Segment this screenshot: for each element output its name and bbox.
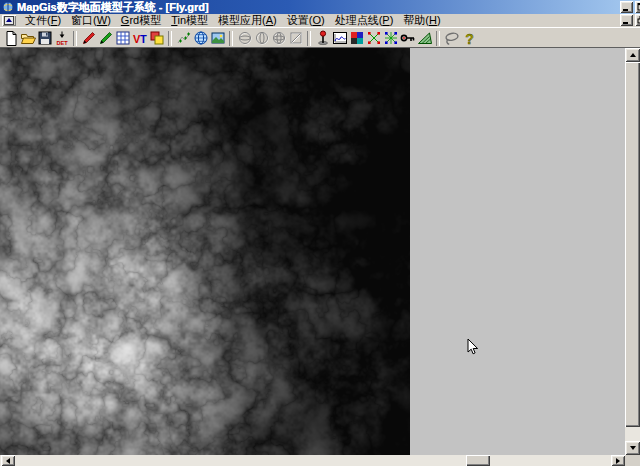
rotate-3d-y-icon xyxy=(254,30,270,46)
overlay-analysis-icon xyxy=(149,30,165,46)
det-export-icon: DET xyxy=(54,30,70,46)
toolbar-separator xyxy=(73,31,77,46)
toolbar-button-lasso-view[interactable] xyxy=(443,30,460,47)
horizontal-scrollbar[interactable] xyxy=(0,455,640,466)
menu-item-file[interactable]: 文件(F) xyxy=(20,14,66,27)
pen-green-icon xyxy=(98,30,114,46)
globe-view-icon xyxy=(193,30,209,46)
toolbar-button-pen-green[interactable] xyxy=(97,30,114,47)
toolbar-button-pen-red[interactable] xyxy=(80,30,97,47)
child-minimize-button[interactable] xyxy=(620,14,633,26)
arrow-right-icon xyxy=(616,458,623,464)
scroll-down-button[interactable] xyxy=(625,441,640,455)
toolbar-button-key-tool[interactable] xyxy=(399,30,416,47)
arrow-up-icon xyxy=(630,50,636,57)
vertical-scroll-thumb[interactable] xyxy=(625,62,640,427)
toolbar-button-view-box[interactable] xyxy=(287,30,304,47)
toolbar: DETVT? xyxy=(0,27,640,48)
maximize-button[interactable] xyxy=(635,1,640,13)
window-title: MapGis数字地面模型子系统 - [Fly.grd] xyxy=(17,0,209,14)
menu-item-help[interactable]: 帮助(H) xyxy=(398,14,445,27)
toolbar-button-vt-view[interactable]: VT xyxy=(131,30,148,47)
titlebar: MapGis数字地面模型子系统 - [Fly.grd] xyxy=(0,0,640,14)
arrow-down-icon xyxy=(630,446,636,453)
dem-map-view[interactable] xyxy=(0,48,410,455)
scroll-right-button[interactable] xyxy=(611,455,625,466)
horizontal-scroll-thumb[interactable] xyxy=(466,455,490,466)
minimize-icon xyxy=(622,3,631,11)
menu-item-settings[interactable]: 设置(O) xyxy=(282,14,330,27)
key-tool-icon xyxy=(400,30,416,46)
toolbar-button-overlay-analysis[interactable] xyxy=(148,30,165,47)
view-box-icon xyxy=(288,30,304,46)
toolbar-button-grid-edit[interactable] xyxy=(114,30,131,47)
toolbar-button-rotate-3d-z[interactable] xyxy=(270,30,287,47)
toolbar-button-open-file[interactable] xyxy=(19,30,36,47)
toolbar-button-new-document[interactable] xyxy=(2,30,19,47)
section-pin-icon xyxy=(315,30,331,46)
pen-red-icon xyxy=(81,30,97,46)
toolbar-separator xyxy=(168,31,172,46)
mdi-child-controls xyxy=(620,14,640,26)
image-view-icon xyxy=(210,30,226,46)
svg-text:DET: DET xyxy=(56,40,68,46)
mdi-child-icon[interactable] xyxy=(2,15,16,26)
vertical-scrollbar[interactable] xyxy=(625,48,640,455)
toolbar-button-rotate-3d-x[interactable] xyxy=(236,30,253,47)
slope-analysis-icon xyxy=(417,30,433,46)
toolbar-separator xyxy=(436,31,440,46)
toolbar-button-section-pin[interactable] xyxy=(314,30,331,47)
menu-item-tin-model[interactable]: Tin模型 xyxy=(166,14,213,27)
svg-text:T: T xyxy=(140,33,147,45)
toolbar-button-grid-points-blue[interactable] xyxy=(382,30,399,47)
toolbar-separator xyxy=(229,31,233,46)
menu-item-grd-model[interactable]: Grd模型 xyxy=(116,14,166,27)
new-document-icon xyxy=(3,30,19,46)
grid-points-red-icon xyxy=(366,30,382,46)
toolbar-button-det-export[interactable]: DET xyxy=(53,30,70,47)
child-window-icon xyxy=(4,16,14,25)
toolbar-separator xyxy=(307,31,311,46)
toolbar-button-color-classify[interactable] xyxy=(348,30,365,47)
mouse-cursor xyxy=(467,338,479,356)
menu-item-process-point-line[interactable]: 处理点线(P) xyxy=(330,14,399,27)
client-area xyxy=(0,48,640,466)
grid-edit-icon xyxy=(115,30,131,46)
arrow-left-icon xyxy=(3,458,10,464)
color-classify-icon xyxy=(349,30,365,46)
profile-chart-icon xyxy=(332,30,348,46)
minimize-button[interactable] xyxy=(620,1,633,13)
toolbar-button-globe-view[interactable] xyxy=(192,30,209,47)
scatter-points-icon xyxy=(176,30,192,46)
toolbar-button-grid-points-red[interactable] xyxy=(365,30,382,47)
lasso-view-icon xyxy=(444,30,460,46)
app-window: MapGis数字地面模型子系统 - [Fly.grd] 文件(F)窗口(W)Gr… xyxy=(0,0,640,466)
rotate-3d-z-icon xyxy=(271,30,287,46)
window-controls xyxy=(620,1,640,13)
toolbar-button-save-file[interactable] xyxy=(36,30,53,47)
menubar: 文件(F)窗口(W)Grd模型Tin模型模型应用(A)设置(O)处理点线(P)帮… xyxy=(0,14,640,27)
help-icon: ? xyxy=(461,30,477,46)
grid-points-blue-icon xyxy=(383,30,399,46)
toolbar-button-scatter-points[interactable] xyxy=(175,30,192,47)
menu-item-window[interactable]: 窗口(W) xyxy=(66,14,116,27)
toolbar-button-profile-chart[interactable] xyxy=(331,30,348,47)
toolbar-button-rotate-3d-y[interactable] xyxy=(253,30,270,47)
app-icon xyxy=(2,1,15,13)
save-file-icon xyxy=(37,30,53,46)
toolbar-button-slope-analysis[interactable] xyxy=(416,30,433,47)
vt-view-icon: VT xyxy=(132,30,148,46)
toolbar-button-image-view[interactable] xyxy=(209,30,226,47)
svg-text:?: ? xyxy=(465,31,474,47)
scrollbar-corner xyxy=(625,455,640,466)
scroll-up-button[interactable] xyxy=(625,48,640,62)
child-restore-button[interactable] xyxy=(635,14,640,26)
open-file-icon xyxy=(20,30,36,46)
rotate-3d-x-icon xyxy=(237,30,253,46)
menu-item-model-apply[interactable]: 模型应用(A) xyxy=(213,14,282,27)
toolbar-button-help[interactable]: ? xyxy=(460,30,477,47)
scroll-left-button[interactable] xyxy=(1,455,15,466)
menu-items: 文件(F)窗口(W)Grd模型Tin模型模型应用(A)设置(O)处理点线(P)帮… xyxy=(20,14,446,27)
child-minimize-icon xyxy=(622,16,631,24)
